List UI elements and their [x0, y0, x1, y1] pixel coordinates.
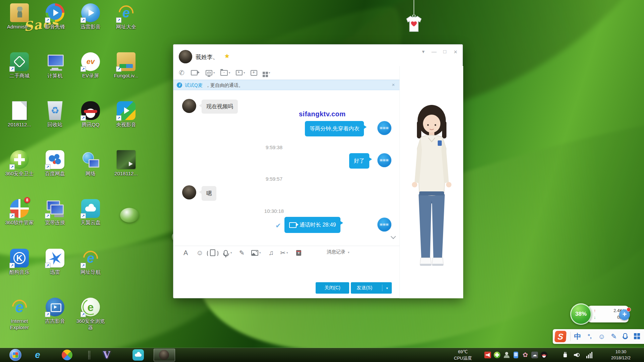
- screenshot-button[interactable]: ✂▾: [280, 249, 288, 257]
- create-session-button[interactable]: [251, 69, 257, 77]
- tray-360-icon[interactable]: [494, 352, 500, 358]
- desktop-icon-document[interactable]: 2018112...: [3, 101, 36, 128]
- voice-call-button[interactable]: ✆: [179, 69, 184, 77]
- emoji-picker-button[interactable]: ☺: [597, 332, 606, 341]
- desktop-icon-yangshi-yingyin[interactable]: 央视影音: [109, 101, 143, 128]
- desktop-icon-ershoushangcheng[interactable]: 二手商城: [3, 52, 36, 79]
- screen-demo-button[interactable]: ▾: [206, 69, 215, 77]
- desktop-icon-jiji-yingyin[interactable]: 吉吉影音: [38, 298, 72, 324]
- send-file-button[interactable]: ▾: [220, 69, 230, 77]
- desktop-icon-yingyinxianfeng[interactable]: 影音先锋: [38, 3, 72, 30]
- window-shake-button[interactable]: [208, 249, 217, 257]
- memory-usage-ball[interactable]: 38%: [570, 303, 592, 325]
- start-button[interactable]: [9, 349, 21, 361]
- tip-close-icon[interactable]: ×: [392, 82, 395, 87]
- desktop-icon-360-browser[interactable]: e 360安全浏览器: [74, 298, 107, 330]
- desktop-icon-xunlei[interactable]: 迅雷: [38, 249, 72, 275]
- minimize-button[interactable]: —: [430, 49, 438, 54]
- message-bubble-right[interactable]: 等两分钟,先穿着内衣: [305, 121, 364, 136]
- taskbar-active-chat-task[interactable]: [154, 349, 175, 361]
- desktop-icon-360-safe[interactable]: 360安全卫士: [3, 150, 36, 177]
- desktop-icon-computer[interactable]: 计算机: [38, 52, 72, 79]
- desktop-icon-video-file[interactable]: 2018112...: [109, 150, 143, 177]
- window-titlebar[interactable]: 莪姓李、 ★ ▾ — □ ×: [173, 45, 463, 66]
- desktop-icon-network[interactable]: 网络: [74, 150, 107, 177]
- scroll-to-bottom-button[interactable]: [391, 234, 396, 240]
- maximize-button[interactable]: □: [440, 49, 449, 54]
- voice-message-button[interactable]: ▾: [224, 249, 232, 257]
- desktop-icon-tencent-qq[interactable]: 腾讯QQ: [74, 101, 107, 128]
- sogou-logo-icon[interactable]: S: [554, 331, 567, 342]
- message-bubble-right[interactable]: 好了: [349, 153, 369, 169]
- message-bubble-left[interactable]: 嗯: [202, 186, 216, 201]
- message-history[interactable]: 现在视频吗 sifangktv.com 等两分钟,先穿着内衣 9:59:38 好…: [173, 90, 399, 246]
- handwriting-button[interactable]: ✎: [239, 249, 245, 257]
- apps-button[interactable]: ▾: [263, 69, 270, 77]
- tray-broadcast-icon[interactable]: [484, 352, 491, 358]
- desktop-icon-label: Administr...: [3, 23, 36, 30]
- peer-avatar[interactable]: [182, 185, 196, 199]
- peer-avatar[interactable]: [182, 99, 196, 113]
- call-record-bubble[interactable]: 通话时长 28:49: [284, 217, 340, 233]
- taskbar-internet-explorer[interactable]: e: [31, 349, 44, 361]
- desktop-icon-wangzhidaohang[interactable]: e 网址导航: [74, 249, 107, 275]
- desktop-icon-wangzhidaquan[interactable]: e 网址大全: [109, 3, 143, 30]
- punctuation-button[interactable]: °,: [585, 332, 594, 341]
- sogou-ime-bar[interactable]: S 中 °, ☺ ✎: [553, 329, 644, 344]
- cpu-temperature: 69℃ CPU温度: [446, 349, 480, 361]
- tray-contact-icon[interactable]: [503, 352, 510, 358]
- desktop-icon-baidu-netdisk[interactable]: 百度网盘: [38, 150, 72, 177]
- tray-qq-icon[interactable]: [541, 352, 547, 358]
- dew-drop: [120, 208, 139, 223]
- tray-flower-icon[interactable]: ✿: [522, 352, 529, 358]
- desktop-icon-fungolive[interactable]: FungoLiv...: [109, 52, 143, 79]
- taskbar-sogou-browser[interactable]: [60, 349, 74, 361]
- chinese-mode-button[interactable]: 中: [573, 332, 582, 341]
- net-speed-widget[interactable]: ↑ 2.4K/s ↓ 0K/s 38% +: [570, 303, 637, 327]
- send-options-caret[interactable]: ▾: [382, 286, 392, 290]
- music-share-button[interactable]: ♫: [269, 249, 274, 257]
- desktop-icon-internet-explorer[interactable]: e Internet Explorer: [3, 298, 36, 330]
- close-button[interactable]: ×: [451, 49, 460, 56]
- send-image-button[interactable]: ▾: [251, 249, 261, 257]
- taskbar-v-app[interactable]: V: [100, 349, 113, 361]
- remote-desktop-button[interactable]: ▾: [236, 69, 245, 77]
- shortcut-arrow-icon: [45, 263, 50, 268]
- handwriting-pad-button[interactable]: ✎: [609, 332, 619, 341]
- send-button[interactable]: 发送(S) ▾: [351, 282, 392, 294]
- desktop-icon-administrator[interactable]: Administr...: [3, 3, 36, 30]
- window-menu-button[interactable]: ▾: [419, 49, 428, 55]
- cpu-temp-label: CPU温度: [446, 355, 480, 361]
- desktop-icon-label: 回收站: [38, 121, 72, 128]
- self-avatar[interactable]: [377, 218, 391, 232]
- voice-input-button[interactable]: [623, 333, 627, 339]
- tray-power-plug-icon[interactable]: [562, 352, 569, 358]
- qmic-try-link[interactable]: 试试Q麦: [185, 82, 203, 88]
- tray-volume-icon[interactable]: [574, 352, 580, 358]
- font-button[interactable]: A: [183, 249, 188, 257]
- desktop-icon-xunlei-yingyin[interactable]: 迅雷影音: [74, 3, 107, 30]
- desktop-icon-360-manager[interactable]: 8 360软件管家: [3, 199, 36, 226]
- desktop-icon-tianyi-cloud[interactable]: 天翼云盘: [74, 199, 107, 226]
- self-avatar[interactable]: [377, 153, 391, 167]
- desktop-icon-kugou[interactable]: K 酷狗音乐: [3, 249, 36, 275]
- desktop-icon-ev-luping[interactable]: ev EV录屏: [74, 52, 107, 79]
- tray-phone-assistant-icon[interactable]: [514, 352, 518, 358]
- tray-cloud-sync-icon[interactable]: ☁: [531, 352, 538, 358]
- red-packet-button[interactable]: ¥: [296, 249, 301, 257]
- video-call-button[interactable]: [191, 69, 198, 77]
- message-history-button[interactable]: 消息记录 ▾: [327, 249, 349, 255]
- self-avatar[interactable]: [377, 121, 391, 135]
- close-chat-button[interactable]: 关闭(C): [316, 282, 349, 294]
- contact-avatar[interactable]: [179, 50, 192, 63]
- tray-network-signal-icon[interactable]: [586, 352, 593, 358]
- desktop-icon-recycle-bin[interactable]: ♻ 回收站: [38, 101, 72, 128]
- ime-toolbox-button[interactable]: [634, 333, 640, 339]
- taskbar-clock[interactable]: 10:30 2018/12/2: [602, 349, 639, 361]
- desktop-icon-broadband[interactable]: 宽带连接: [38, 199, 72, 226]
- taskbar-cloud-app[interactable]: [131, 349, 145, 361]
- video-thumbnail-icon: [117, 150, 136, 169]
- emoji-button[interactable]: ☺: [196, 249, 203, 257]
- message-bubble-left[interactable]: 现在视频吗: [202, 100, 238, 114]
- shortcut-arrow-icon: [45, 164, 50, 170]
